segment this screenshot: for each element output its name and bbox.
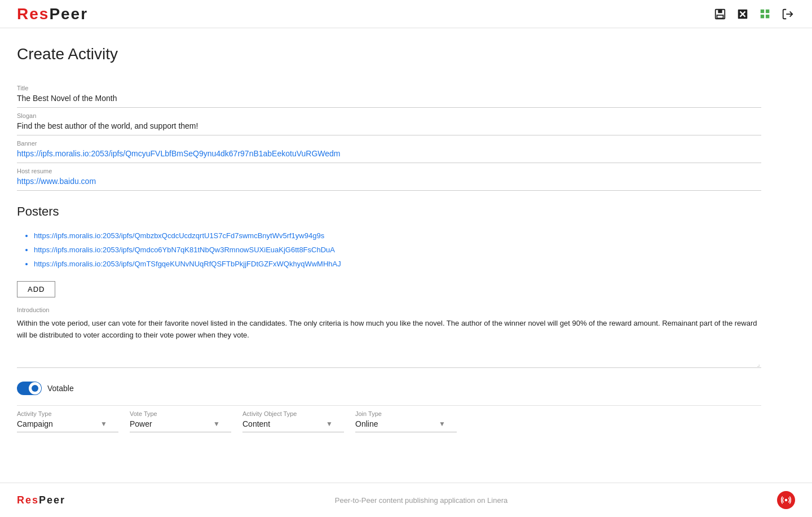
logo-peer: Peer [49,5,88,23]
logo-res: Res [17,5,49,23]
introduction-group: Introduction Within the vote period, use… [17,306,761,368]
join-type-select[interactable]: Online ▼ [355,418,445,430]
list-item: https://ipfs.moralis.io:2053/ipfs/Qmdco6… [34,244,761,256]
activity-type-arrow: ▼ [100,420,107,428]
close-icon[interactable] [735,7,750,21]
activity-object-type-arrow: ▼ [326,420,333,428]
svg-rect-9 [766,14,769,17]
svg-rect-8 [761,14,764,17]
votable-toggle[interactable] [17,382,42,395]
vote-type-label: Vote Type [130,410,220,417]
svg-point-11 [33,387,37,390]
slogan-value[interactable]: Find the best author of the world, and s… [17,120,761,133]
banner-field: Banner https://ipfs.moralis.io:2053/ipfs… [17,135,761,163]
grid-icon[interactable] [758,7,773,21]
svg-rect-6 [761,9,764,12]
introduction-text[interactable]: Within the vote period, user can vote fo… [17,316,761,361]
radio-icon [777,491,795,509]
activity-object-type-select[interactable]: Content ▼ [242,418,333,430]
toggle-knob [29,382,41,395]
dropdowns-row: Activity Type Campaign ▼ Vote Type Power… [17,405,761,432]
resize-handle: ⌟ [17,361,761,367]
posters-section: Posters https://ipfs.moralis.io:2053/ipf… [17,204,761,297]
poster-list: https://ipfs.moralis.io:2053/ipfs/Qmbzbx… [17,230,761,270]
add-poster-button[interactable]: ADD [17,281,55,297]
banner-label: Banner [17,140,761,147]
activity-object-type-dropdown: Activity Object Type Content ▼ [242,410,344,432]
vote-type-select[interactable]: Power ▼ [130,418,220,430]
main-content: Create Activity Title The Best Novel of … [0,28,778,483]
activity-type-select[interactable]: Campaign ▼ [17,418,107,430]
svg-rect-2 [717,15,723,18]
posters-title: Posters [17,204,761,219]
list-item: https://ipfs.moralis.io:2053/ipfs/QmTSfg… [34,258,761,270]
title-label: Title [17,85,761,91]
activity-type-value: Campaign [17,418,53,430]
join-type-dropdown: Join Type Online ▼ [355,410,457,432]
footer-tagline: Peer-to-Peer content publishing applicat… [335,496,508,505]
header-logo: ResPeer [17,5,88,23]
slogan-label: Slogan [17,112,761,119]
activity-type-label: Activity Type [17,410,107,417]
join-type-value: Online [355,418,378,430]
introduction-wrapper: Within the vote period, user can vote fo… [17,316,761,368]
logout-icon[interactable] [780,7,795,21]
join-type-label: Join Type [355,410,445,417]
vote-type-value: Power [130,418,152,430]
svg-rect-1 [718,9,722,12]
votable-row: Votable [17,382,761,395]
host-resume-field: Host resume https://www.baidu.com [17,163,761,191]
title-value[interactable]: The Best Novel of the Month [17,93,761,105]
title-field: Title The Best Novel of the Month [17,80,761,108]
footer-logo-res: Res [17,494,39,506]
host-resume-label: Host resume [17,168,761,174]
activity-type-dropdown: Activity Type Campaign ▼ [17,410,118,432]
svg-rect-7 [766,9,769,12]
host-resume-value[interactable]: https://www.baidu.com [17,176,761,188]
banner-value[interactable]: https://ipfs.moralis.io:2053/ipfs/QmcyuF… [17,148,761,160]
footer-logo-peer: Peer [39,494,65,506]
toggle-knob-icon [32,385,38,392]
activity-object-type-value: Content [242,418,270,430]
introduction-label: Introduction [17,306,761,313]
join-type-arrow: ▼ [439,420,445,428]
votable-label: Votable [47,384,74,393]
header-icons [713,7,795,21]
slogan-field: Slogan Find the best author of the world… [17,108,761,135]
page-title: Create Activity [17,45,761,63]
svg-point-12 [785,499,788,502]
activity-object-type-label: Activity Object Type [242,410,333,417]
vote-type-arrow: ▼ [213,420,220,428]
list-item: https://ipfs.moralis.io:2053/ipfs/Qmbzbx… [34,230,761,242]
footer: ResPeer Peer-to-Peer content publishing … [0,483,812,517]
header: ResPeer [0,0,812,28]
footer-logo: ResPeer [17,494,65,506]
save-icon[interactable] [713,7,727,21]
vote-type-dropdown: Vote Type Power ▼ [130,410,231,432]
